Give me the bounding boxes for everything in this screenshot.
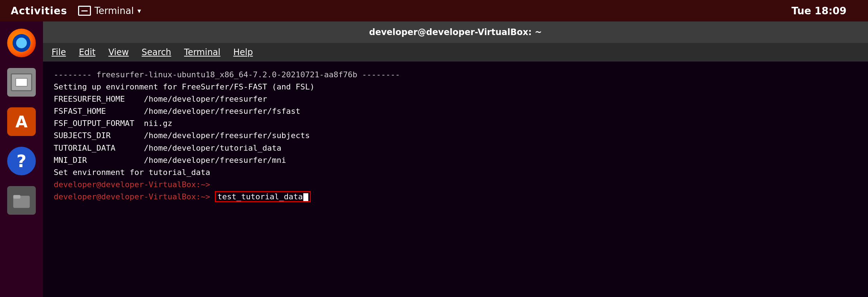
chevron-down-icon: ▾ [138, 6, 141, 15]
terminal-output[interactable]: -------- freesurfer-linux-ubuntu18_x86_6… [43, 62, 868, 297]
output-line-2: FREESURFER_HOME /home/developer/freesurf… [54, 93, 857, 105]
sidebar-item-firefox[interactable] [7, 29, 36, 57]
terminal-menu-button[interactable]: Terminal ▾ [78, 5, 141, 16]
terminal-menubar: File Edit View Search Terminal Help [43, 43, 868, 62]
folder-icon [13, 191, 30, 209]
activities-button[interactable]: Activities [11, 5, 67, 17]
topbar: Activities Terminal ▾ Tue 18:09 [0, 0, 868, 21]
cursor [303, 193, 308, 201]
menu-file[interactable]: File [52, 47, 66, 57]
filemanager-inner-icon [11, 73, 32, 91]
output-line-prompt2: developer@developer-VirtualBox:~> test_t… [54, 191, 857, 203]
terminal-window: developer@developer-VirtualBox: ~ File E… [43, 21, 868, 297]
menu-help[interactable]: Help [233, 47, 253, 57]
output-line-7: MNI_DIR /home/developer/freesurfer/mni [54, 154, 857, 166]
appstore-icon-label: A [15, 113, 28, 131]
output-line-separator: -------- freesurfer-linux-ubuntu18_x86_6… [54, 69, 857, 81]
sidebar-item-help[interactable]: ? [7, 147, 36, 175]
output-line-prompt1: developer@developer-VirtualBox:~> [54, 179, 857, 191]
prompt-text-1: developer@developer-VirtualBox:~> [54, 180, 210, 189]
sidebar-item-appstore[interactable]: A [7, 107, 36, 136]
output-line-3: FSFAST_HOME /home/developer/freesurfer/f… [54, 105, 857, 117]
menu-terminal[interactable]: Terminal [184, 47, 220, 57]
terminal-icon [78, 6, 91, 16]
clock: Tue 18:09 [791, 5, 847, 17]
terminal-label: Terminal [95, 5, 134, 16]
output-line-1: Setting up environment for FreeSurfer/FS… [54, 81, 857, 93]
terminal-titlebar: developer@developer-VirtualBox: ~ [43, 21, 868, 43]
output-line-5: SUBJECTS_DIR /home/developer/freesurfer/… [54, 130, 857, 142]
output-line-6: TUTORIAL_DATA /home/developer/tutorial_d… [54, 142, 857, 154]
menu-edit[interactable]: Edit [79, 47, 95, 57]
sidebar-item-files-bottom[interactable] [7, 186, 36, 215]
output-line-4: FSF_OUTPUT_FORMAT nii.gz [54, 117, 857, 130]
menu-view[interactable]: View [108, 47, 129, 57]
menu-search[interactable]: Search [142, 47, 171, 57]
sidebar: A ? [0, 21, 43, 297]
terminal-title: developer@developer-VirtualBox: ~ [369, 27, 542, 37]
sidebar-item-files[interactable] [7, 68, 36, 97]
current-command: test_tutorial_data [215, 191, 310, 202]
help-icon-label: ? [16, 151, 26, 171]
command-text: test_tutorial_data [217, 192, 303, 201]
output-line-8: Set environment for tutorial_data [54, 166, 857, 179]
prompt-text-2: developer@developer-VirtualBox:~> [54, 192, 215, 201]
svg-rect-1 [13, 195, 20, 199]
